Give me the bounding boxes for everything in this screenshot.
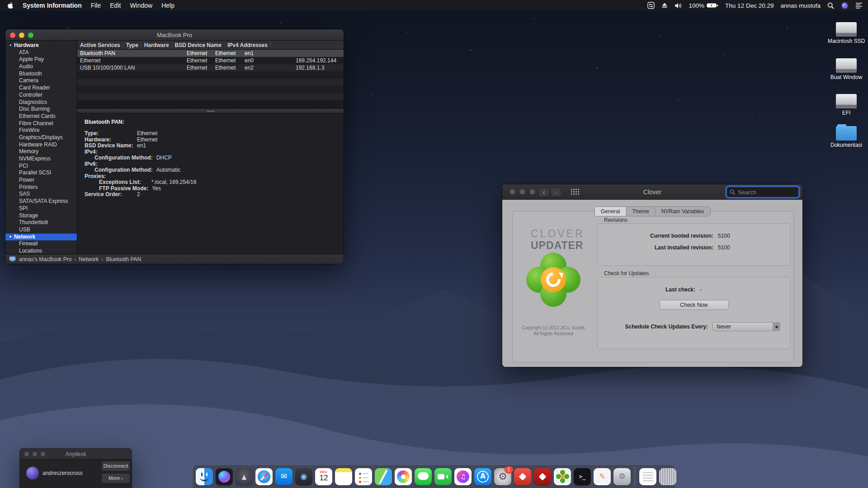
sidebar-item[interactable]: Apple Pay — [5, 56, 77, 63]
sidebar-item[interactable]: Hardware RAID — [5, 141, 77, 149]
tab-theme[interactable]: Theme — [626, 207, 655, 216]
anydesk-titlebar[interactable]: Anydesk — [20, 449, 132, 460]
table-column-header[interactable]: Active Services — [77, 41, 123, 49]
tab-general[interactable]: General — [595, 207, 626, 216]
dock-item-red-app[interactable] — [534, 468, 551, 485]
breadcrumb-item[interactable]: Bluetooth PAN — [99, 256, 141, 263]
dock-item-launchpad[interactable]: ▲ — [236, 468, 253, 485]
sidebar-item[interactable]: USB — [5, 226, 77, 234]
sidebar-item[interactable]: ATA — [5, 49, 77, 56]
dock-item-utility[interactable]: ⚙ — [613, 468, 631, 485]
dock-item-trash[interactable] — [659, 468, 676, 485]
dock-item-pages[interactable]: ✎ — [594, 468, 611, 485]
dock-item-siri[interactable] — [216, 468, 233, 485]
dock-item-textedit[interactable] — [639, 468, 656, 485]
sidebar-item[interactable]: SPI — [5, 205, 77, 212]
search-input[interactable] — [726, 187, 799, 197]
dock-item-app-store[interactable]: A — [474, 468, 491, 485]
dock-item-mail[interactable]: ✉ — [275, 468, 292, 485]
dock-item-terminal[interactable]: >_ — [574, 468, 591, 485]
back-button[interactable]: ‹ — [538, 188, 549, 197]
dock-item-maps[interactable] — [375, 468, 392, 485]
sidebar-item[interactable]: Printers — [5, 184, 77, 191]
dock-item-anydesk[interactable] — [514, 468, 531, 485]
spotlight-search-icon[interactable] — [827, 2, 834, 9]
sidebar-item[interactable]: SAS — [5, 191, 77, 198]
desktop-icon-buat-window[interactable]: Buat Window — [825, 58, 868, 80]
sidebar-item[interactable]: Locations — [5, 248, 77, 254]
zoom-button[interactable] — [41, 452, 45, 456]
dock-item-itunes[interactable]: ♫ — [454, 468, 472, 485]
disconnect-button[interactable]: Disconnect — [101, 461, 130, 471]
sidebar-item[interactable]: Parallel SCSI — [5, 169, 77, 177]
volume-icon[interactable] — [675, 3, 682, 9]
desktop-icon-macintosh-ssd[interactable]: Macintosh SSD — [825, 22, 868, 44]
service-row[interactable]: Ethernet Ethernet Ethernet en0 169.254.1… — [77, 57, 344, 64]
breadcrumb-item[interactable]: Network — [71, 256, 99, 263]
minimize-button[interactable] — [33, 452, 37, 456]
disclosure-triangle-icon[interactable]: ▼ — [9, 234, 12, 241]
menu-item[interactable]: Edit — [110, 2, 121, 9]
dock-item-messages[interactable] — [415, 468, 432, 485]
eject-icon[interactable] — [661, 3, 668, 8]
dock-item-photo-booth[interactable]: ◉ — [295, 468, 312, 485]
dock-item-system-preferences[interactable]: ⚙ — [494, 468, 511, 485]
sidebar-section-hardware[interactable]: ▼Hardware — [5, 42, 77, 49]
desktop-icon-dokumentasi[interactable]: Dokumentasi — [825, 126, 868, 148]
close-button[interactable] — [24, 452, 29, 456]
sidebar-item[interactable]: SATA/SATA Express — [5, 198, 77, 205]
table-column-header[interactable]: BSD Device Name — [172, 41, 225, 49]
close-button[interactable] — [509, 189, 515, 195]
forward-button[interactable]: › — [551, 188, 561, 197]
sidebar-item[interactable]: Camera — [5, 77, 77, 84]
table-column-header[interactable]: IPv4 Addresses — [225, 41, 271, 49]
dock-item-photos[interactable] — [395, 468, 412, 485]
sidebar-item[interactable]: Ethernet Cards — [5, 113, 77, 120]
menu-username[interactable]: annas mustofa — [780, 2, 821, 9]
check-now-button[interactable]: Check Now — [660, 300, 729, 310]
sidebar-item[interactable]: Thunderbolt — [5, 219, 77, 226]
menu-item[interactable]: Help — [161, 2, 175, 9]
more-button[interactable]: More▾ — [101, 473, 130, 483]
desktop-icon-efi[interactable]: EFI — [825, 94, 868, 116]
show-all-grid-icon[interactable] — [571, 189, 579, 195]
tab-nvram-variables[interactable]: NVRam Variables — [655, 207, 710, 216]
sidebar-section-network[interactable]: ▼Network — [5, 234, 77, 241]
sidebar-item[interactable]: Diagnostics — [5, 99, 77, 106]
sidebar-item[interactable]: Audio — [5, 63, 77, 70]
table-column-header[interactable]: Hardware — [142, 41, 172, 49]
dock-item-safari[interactable] — [255, 468, 273, 485]
menu-item[interactable]: Window — [130, 2, 152, 9]
sidebar-item[interactable]: Disc Burning — [5, 106, 77, 113]
zoom-button[interactable] — [28, 33, 33, 38]
sidebar-item[interactable]: Graphics/Displays — [5, 134, 77, 141]
notification-list-icon[interactable] — [855, 2, 863, 9]
dock-item-notes[interactable] — [335, 468, 352, 485]
minimize-button[interactable] — [519, 189, 525, 195]
sidebar-item[interactable]: Memory — [5, 148, 77, 155]
apple-menu-icon[interactable] — [7, 2, 14, 9]
service-row[interactable]: Bluetooth PAN Ethernet Ethernet en1 — [77, 50, 344, 57]
dock-item-finder[interactable] — [196, 468, 213, 485]
sidebar-item[interactable]: Fibre Channel — [5, 120, 77, 127]
sidebar-item[interactable]: FireWire — [5, 127, 77, 134]
dock-item-reminders[interactable] — [355, 468, 372, 485]
sidebar-item[interactable]: Power — [5, 177, 77, 184]
zoom-button[interactable] — [529, 189, 535, 195]
sidebar-item[interactable]: Firewall — [5, 240, 77, 248]
sidebar-item[interactable]: Card Reader — [5, 84, 77, 92]
disclosure-triangle-icon[interactable]: ▼ — [9, 42, 12, 49]
sidebar-item[interactable]: Bluetooth — [5, 70, 77, 78]
dock-item-clover-configurator[interactable] — [554, 468, 571, 485]
sidebar-item[interactable]: Controller — [5, 92, 77, 99]
breadcrumb-item[interactable]: annas's MacBook Pro — [19, 256, 71, 263]
active-app-name[interactable]: System Information — [23, 2, 82, 9]
close-button[interactable] — [10, 33, 15, 38]
equalizer-icon[interactable] — [647, 2, 655, 9]
table-column-header[interactable]: Type — [123, 41, 142, 49]
sysinfo-titlebar[interactable]: MacBook Pro — [5, 29, 344, 41]
battery-status[interactable]: 100% — [689, 2, 719, 9]
dock-item-facetime[interactable] — [434, 468, 452, 485]
siri-icon[interactable] — [841, 2, 849, 9]
service-row[interactable]: USB 10/100/1000 LAN Ethernet Ethernet en… — [77, 64, 344, 71]
